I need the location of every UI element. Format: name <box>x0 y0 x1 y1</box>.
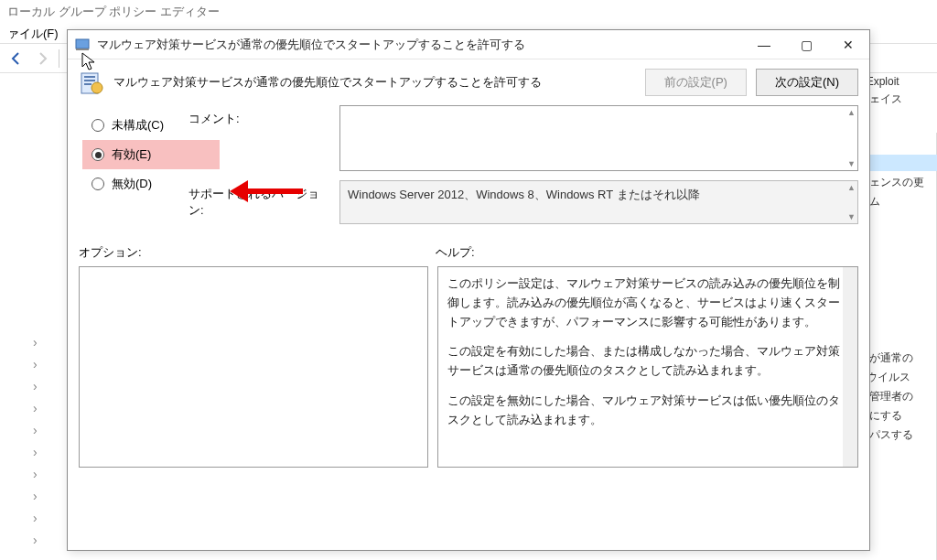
tree-item[interactable] <box>0 529 64 551</box>
next-setting-button[interactable]: 次の設定(N) <box>756 69 858 96</box>
dialog-title: マルウェア対策サービスが通常の優先順位でスタートアップすることを許可する <box>97 37 743 53</box>
scroll-down-icon[interactable]: ▼ <box>847 159 856 168</box>
minimize-button[interactable]: — <box>743 31 785 59</box>
previous-setting-button: 前の設定(P) <box>645 69 747 96</box>
back-icon[interactable] <box>7 49 26 68</box>
svg-rect-3 <box>76 39 89 48</box>
svg-rect-4 <box>76 48 89 50</box>
annotation-arrow <box>230 180 303 202</box>
tree-item[interactable] <box>0 485 64 507</box>
help-text: このポリシー設定は、マルウェア対策サービスの読み込みの優先順位を制御します。読み… <box>447 275 841 331</box>
supported-value-box: Windows Server 2012、Windows 8、Windows RT… <box>339 180 858 224</box>
scrollbar[interactable] <box>843 267 857 467</box>
tree <box>0 331 64 551</box>
forward-icon[interactable] <box>33 49 51 68</box>
help-pane: このポリシー設定は、マルウェア対策サービスの読み込みの優先順位を制御します。読み… <box>437 266 858 468</box>
tree-item[interactable] <box>0 397 64 419</box>
options-label: オプション: <box>79 244 436 261</box>
tree-item[interactable] <box>0 353 64 375</box>
radio-label: 有効(E) <box>112 146 151 163</box>
radio-label: 未構成(C) <box>112 117 164 134</box>
scroll-up-icon: ▲ <box>847 183 856 192</box>
comment-textarea[interactable]: ▲ ▼ <box>339 105 858 171</box>
help-text: この設定を有効にした場合、または構成しなかった場合、マルウェア対策サービスは通常… <box>447 342 841 381</box>
supported-value: Windows Server 2012、Windows 8、Windows RT… <box>348 188 700 201</box>
help-text: この設定を無効にした場合、マルウェア対策サービスは低い優先順位のタスクとして読み… <box>447 392 841 430</box>
scroll-down-icon: ▼ <box>847 212 856 221</box>
tree-item[interactable] <box>0 419 64 441</box>
tree-item[interactable] <box>0 375 64 397</box>
scroll-up-icon[interactable]: ▲ <box>847 108 856 117</box>
svg-rect-6 <box>84 76 95 78</box>
help-label: ヘルプ: <box>436 244 475 261</box>
policy-dialog: マルウェア対策サービスが通常の優先順位でスタートアップすることを許可する — ▢… <box>67 29 870 551</box>
radio-disabled[interactable]: 無効(D) <box>82 169 188 199</box>
dialog-icon <box>75 38 90 52</box>
radio-label: 無効(D) <box>112 176 152 192</box>
tree-item[interactable] <box>0 507 64 529</box>
tree-item[interactable] <box>0 441 64 463</box>
maximize-button[interactable]: ▢ <box>785 31 827 59</box>
svg-point-9 <box>92 82 102 93</box>
tree-item[interactable] <box>0 331 64 353</box>
radio-not-configured[interactable]: 未構成(C) <box>82 111 188 140</box>
comment-label: コメント: <box>188 105 330 127</box>
radio-icon <box>92 178 104 190</box>
close-button[interactable]: ✕ <box>827 31 869 59</box>
svg-rect-7 <box>84 80 95 81</box>
radio-icon <box>92 119 104 132</box>
tree-item[interactable] <box>0 463 64 485</box>
parent-title: ローカル グループ ポリシー エディター <box>0 0 937 22</box>
dialog-titlebar: マルウェア対策サービスが通常の優先順位でスタートアップすることを許可する — ▢… <box>68 30 869 59</box>
radio-icon <box>92 148 104 161</box>
svg-rect-8 <box>84 83 92 85</box>
policy-icon <box>79 70 104 95</box>
options-pane <box>79 266 428 468</box>
dialog-header-text: マルウェア対策サービスが通常の優先順位でスタートアップすることを許可する <box>113 74 636 91</box>
